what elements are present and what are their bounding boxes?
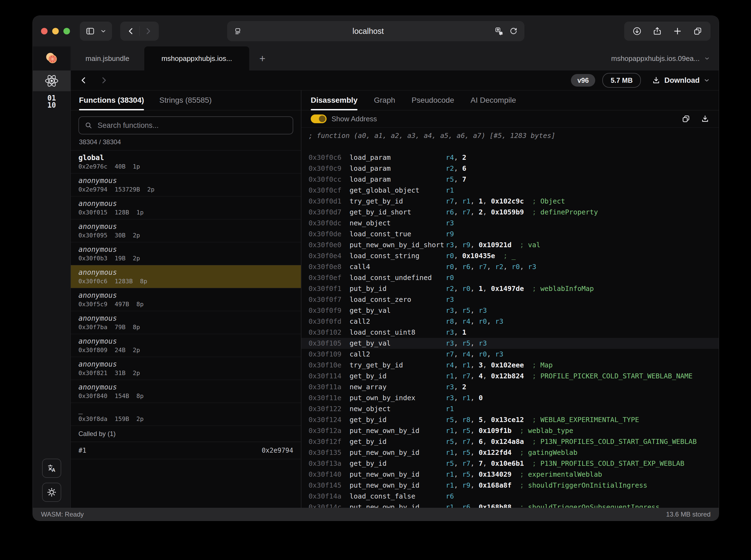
tab-strip: main.jsbundle mshopappxhubjs.ios... + ms… — [33, 46, 719, 71]
disassembly-line[interactable]: 0x30f0dcnew_objectr3 — [301, 218, 719, 228]
disassembly-line[interactable]: 0x30f102load_const_uint8r3, 1 — [301, 327, 719, 338]
function-list-item[interactable]: anonymous0x30f809 24B 2p — [71, 334, 301, 357]
tab-overview-icon[interactable] — [693, 26, 703, 36]
disassembly-line[interactable]: 0x30f0c9load_paramr2, 6 — [301, 163, 719, 174]
show-address-label: Show Address — [332, 115, 377, 123]
disassembly-line[interactable]: 0x30f0e0put_new_own_by_id_shortr3, r9, 0… — [301, 240, 719, 251]
called-by-row[interactable]: #1 0x2e9794 — [71, 442, 301, 459]
disassembly-line[interactable]: 0x30f0cfget_global_objectr1 — [301, 185, 719, 196]
disassembly-line[interactable]: 0x30f0f9get_by_valr3, r5, r3 — [301, 305, 719, 316]
search-box[interactable] — [78, 116, 293, 134]
function-list-item[interactable]: anonymous0x30f0c6 1283B 8p — [71, 265, 301, 288]
disassembly-line[interactable]: 0x30f105get_by_valr3, r5, r3 — [301, 338, 719, 349]
translate-icon[interactable]: A — [494, 26, 504, 36]
browser-back-button[interactable] — [122, 22, 139, 41]
function-list-item[interactable]: _0x30f8da 159B 2p — [71, 403, 301, 426]
disassembly-line[interactable]: 0x30f11eput_own_by_indexr3, r1, 0 — [301, 393, 719, 403]
function-list-item[interactable]: anonymous0x30f840 154B 8p — [71, 380, 301, 403]
page-tab-main-jsbundle[interactable]: main.jsbundle — [71, 46, 144, 71]
loaded-file-name: mshopappxhubjs.ios.09ea... — [611, 54, 699, 63]
disassembly-line[interactable]: 0x30f14cput_new_own_by_idr1, r6, 0x168b8… — [301, 502, 719, 508]
disassembly-line[interactable]: 0x30f140put_new_own_by_idr1, r5, 0x13402… — [301, 469, 719, 480]
disassembly-line[interactable]: 0x30f109call2r7, r4, r0, r3 — [301, 349, 719, 360]
zoom-window-button[interactable] — [63, 28, 70, 35]
browser-forward-button[interactable] — [140, 22, 157, 41]
tab-disassembly[interactable]: Disassembly — [311, 91, 357, 110]
add-tab-button[interactable]: + — [249, 46, 275, 71]
disassembly-line[interactable]: 0x30f14aload_const_falser6 — [301, 491, 719, 502]
disassembly-line[interactable]: 0x30f11anew_arrayr3, 2 — [301, 382, 719, 393]
chevron-down-icon[interactable] — [100, 28, 106, 35]
url-bar[interactable]: localhost A — [227, 21, 525, 41]
tab-graph[interactable]: Graph — [374, 91, 395, 110]
loaded-file-dropdown[interactable]: mshopappxhubjs.ios.09ea... — [611, 46, 710, 71]
functions-panel: Functions (38304) Strings (85585) 38304 … — [71, 91, 301, 508]
app-toolbar: v96 5.7 MB Download — [71, 71, 719, 91]
url-text[interactable]: localhost — [242, 27, 494, 36]
view-tabs: Disassembly Graph Pseudocode AI Decompil… — [301, 91, 719, 111]
disassembly-line[interactable]: 0x30f124get_by_idr5, r8, 5, 0x13ce12 ; W… — [301, 414, 719, 425]
chevron-down-icon — [704, 56, 710, 61]
function-list-item[interactable]: global0x2e976c 40B 1p — [71, 151, 301, 174]
disassembly-line[interactable]: 0x30f145put_new_own_by_idr1, r9, 0x168a8… — [301, 480, 719, 491]
brightness-button[interactable] — [42, 483, 61, 502]
downloads-icon[interactable] — [632, 26, 642, 36]
sidebar-icon[interactable] — [85, 26, 95, 36]
function-list-item[interactable]: anonymous0x2e9794 153729B 2p — [71, 174, 301, 196]
disassembly-line[interactable]: 0x30f0fdcall2r8, r4, r0, r3 — [301, 316, 719, 327]
function-list-item[interactable]: anonymous0x30f095 30B 2p — [71, 219, 301, 242]
disassembly-code: ; function (a0, a1, a2, a3, a4, a5, a6, … — [301, 127, 719, 508]
function-list-item[interactable]: anonymous0x30f7ba 79B 8p — [71, 311, 301, 334]
disassembly-line[interactable]: 0x30f13aget_by_idr5, r7, 7, 0x10e6b1 ; P… — [301, 458, 719, 469]
disassembly-line[interactable]: 0x30f122new_objectr1 — [301, 403, 719, 414]
browser-toolbar: localhost A — [33, 16, 719, 46]
new-tab-icon[interactable] — [673, 26, 682, 36]
tab-pseudocode[interactable]: Pseudocode — [412, 91, 454, 110]
minimize-window-button[interactable] — [52, 28, 59, 35]
disassembly-line[interactable]: 0x30f0ccload_paramr5, 7 — [301, 174, 719, 185]
disassembly-line[interactable]: 0x30f0efload_const_undefinedr0 — [301, 272, 719, 283]
disassembly-line[interactable]: 0x30f0c6load_paramr4, 2 — [301, 152, 719, 163]
show-address-toggle[interactable] — [311, 115, 327, 123]
disassembly-line[interactable]: 0x30f0f1put_by_idr2, r0, 1, 0x1497de ; w… — [301, 283, 719, 294]
disassembly-line[interactable]: 0x30f0deload_const_truer9 — [301, 228, 719, 240]
disassembly-line[interactable]: 0x30f114get_by_idr1, r7, 4, 0x12b824 ; P… — [301, 371, 719, 382]
reload-icon[interactable] — [509, 27, 518, 36]
download-button[interactable]: Download — [652, 76, 710, 85]
tab-strings[interactable]: Strings (85585) — [159, 91, 212, 110]
search-icon — [84, 121, 93, 129]
search-input[interactable] — [97, 121, 287, 130]
function-list-item[interactable]: anonymous0x30f821 31B 2p — [71, 357, 301, 380]
disassembly-line[interactable]: 0x30f0d7get_by_id_shortr6, r7, 2, 0x1059… — [301, 207, 719, 218]
copy-code-button[interactable] — [681, 115, 690, 123]
disassembly-line[interactable]: 0x30f0f7load_const_zeror3 — [301, 294, 719, 305]
download-label: Download — [664, 76, 699, 85]
rail-item-react[interactable] — [33, 71, 71, 91]
download-code-button[interactable] — [701, 115, 709, 123]
function-header-comment: ; function (a0, a1, a2, a3, a4, a5, a6, … — [301, 130, 719, 141]
disassembly-line[interactable]: 0x30f10etry_get_by_idr4, r1, 3, 0x102eee… — [301, 360, 719, 371]
sun-icon — [46, 487, 57, 498]
translate-button[interactable]: A — [42, 459, 61, 478]
disassembly-line[interactable]: 0x30f12aput_new_own_by_idr1, r5, 0x109f1… — [301, 425, 719, 436]
close-window-button[interactable] — [41, 28, 47, 35]
rail-item-binary[interactable]: 01 10 — [33, 91, 71, 112]
share-icon[interactable] — [653, 26, 662, 36]
disassembly-line[interactable]: 0x30f0e4load_const_stringr0, 0x10435e ; … — [301, 251, 719, 261]
disassembly-line[interactable]: 0x30f12fget_by_idr5, r7, 6, 0x124a8a ; P… — [301, 436, 719, 447]
page-tab-mshopappxhubjs[interactable]: mshopappxhubjs.ios... — [144, 46, 249, 71]
page-format-icon[interactable] — [234, 27, 242, 35]
function-list-item[interactable]: anonymous0x30f015 128B 1p — [71, 196, 301, 219]
app-back-button[interactable] — [80, 76, 88, 84]
tab-ai-decompile[interactable]: AI Decompile — [471, 91, 516, 110]
function-list-item[interactable]: anonymous0x30f0b3 19B 2p — [71, 242, 301, 265]
tab-functions[interactable]: Functions (38304) — [79, 91, 144, 110]
function-list-item[interactable]: anonymous0x30f5c9 497B 8p — [71, 288, 301, 311]
function-count: 38304 / 38304 — [71, 137, 301, 151]
called-by-index: #1 — [78, 447, 86, 454]
disassembly-line[interactable]: 0x30f135put_new_own_by_idr1, r5, 0x122fd… — [301, 447, 719, 458]
app-forward-button[interactable] — [100, 76, 108, 84]
disassembly-line[interactable]: 0x30f0d1try_get_by_idr7, r1, 1, 0x102c9c… — [301, 196, 719, 207]
svg-text:A: A — [500, 32, 502, 35]
disassembly-line[interactable]: 0x30f0e8call4r0, r6, r7, r2, r0, r3 — [301, 261, 719, 272]
